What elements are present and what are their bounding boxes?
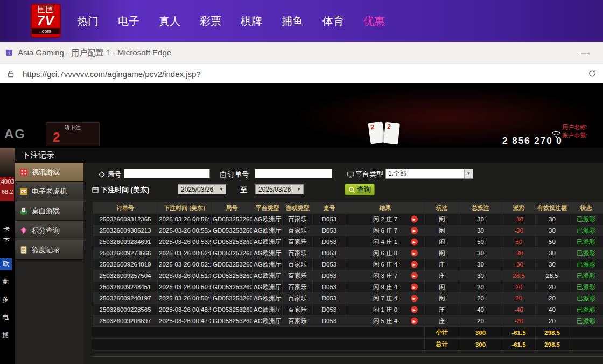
order-input[interactable] — [255, 169, 332, 178]
cell: 闲 — [425, 214, 459, 225]
cell: AG欧洲厅 — [253, 270, 283, 282]
table-game-icon: A — [19, 207, 28, 215]
nav-item[interactable]: 捕鱼 — [282, 14, 303, 29]
cell: 已派彩 — [569, 236, 603, 248]
playing-card: 2 — [383, 122, 400, 145]
replay-icon[interactable]: ▶ — [411, 295, 418, 302]
sidebar-item-label: 视讯游戏 — [32, 167, 60, 177]
cell: GD0532532609Q — [212, 304, 253, 316]
cell: D053 — [313, 236, 346, 248]
cell: 28.5 — [536, 270, 569, 282]
cell: 百家乐 — [283, 293, 313, 304]
cell: 250326009312365 — [93, 214, 158, 225]
cell: AG欧洲厅 — [253, 236, 283, 248]
replay-icon[interactable]: ▶ — [411, 272, 418, 279]
url-text[interactable]: https://gci.7vvvvvv.com/agingame/pcv2/in… — [23, 69, 201, 79]
cell: AG欧洲厅 — [253, 214, 283, 225]
cell: 百家乐 — [283, 316, 313, 327]
nav-item[interactable]: 彩票 — [200, 14, 221, 29]
logo-suffix-text: .com — [32, 28, 60, 34]
result-cell: 闲 9 庄 4▶ — [346, 282, 425, 293]
date-to-value: 2025/03/26 — [256, 186, 297, 193]
nav-item[interactable]: 棋牌 — [241, 14, 262, 29]
nav-item[interactable]: 优惠 — [363, 14, 385, 29]
cell: 250326009206697 — [93, 316, 158, 327]
search-button-label: 查询 — [357, 185, 371, 194]
table-row: 2503260092484512025-03-26 00:50:56GD0532… — [93, 282, 603, 293]
cell: 30 — [459, 214, 502, 225]
between-label: 至 — [240, 185, 247, 195]
replay-icon[interactable]: ▶ — [411, 284, 418, 291]
table-row: 2503260092846912025-03-26 00:53:54GD0532… — [93, 236, 603, 248]
balance-amount: 2 856 270 0 — [502, 136, 563, 146]
replay-icon[interactable]: ▶ — [411, 227, 418, 234]
cell: 20 — [536, 282, 569, 293]
cell: 百家乐 — [283, 248, 313, 259]
replay-icon[interactable]: ▶ — [411, 216, 418, 223]
column-header: 局号 — [212, 202, 253, 214]
cell: 30 — [459, 259, 502, 270]
cell: 庄 — [425, 259, 459, 270]
table-row: 2503260092066972025-03-26 00:47:24GD0532… — [93, 316, 603, 327]
cell: 已派彩 — [569, 225, 603, 236]
cell: 闲 — [425, 236, 459, 248]
cell: GD0532532609W — [212, 236, 253, 248]
sidebar-item[interactable]: 777电子老虎机 — [15, 182, 83, 201]
total-row: 总计 300 -61.5 298.5 — [93, 339, 603, 351]
table-row: 2503260093123652025-03-26 00:56:19GD0532… — [93, 214, 603, 225]
cell: 2025-03-26 00:52:56 — [158, 248, 212, 259]
site-logo[interactable]: 申 博 7V .com — [31, 4, 61, 38]
date-to-picker[interactable]: 2025/03/26 ▼ — [255, 184, 304, 194]
cell: 30 — [459, 270, 502, 282]
sidebar-item[interactable]: 额度记录 — [15, 240, 83, 260]
refresh-icon[interactable] — [587, 69, 597, 79]
result-cell: 闲 6 庄 4▶ — [346, 259, 425, 270]
order-label: 订单号 — [228, 170, 249, 179]
top-nav: 申 博 7V .com 热门电子真人彩票棋牌捕鱼体育优惠 — [0, 0, 603, 42]
cell: D053 — [313, 270, 346, 282]
cell: 20 — [502, 293, 536, 304]
minimize-button[interactable]: — — [573, 48, 598, 58]
cell: 20 — [459, 282, 502, 293]
date-from-picker[interactable]: 2025/03/26 ▼ — [178, 184, 226, 194]
cell: D053 — [313, 282, 346, 293]
sidebar-item[interactable]: 视讯游戏 — [15, 163, 83, 182]
column-header: 玩法 — [425, 202, 459, 214]
replay-icon[interactable]: ▶ — [411, 261, 418, 268]
result-text: 闲 6 庄 8 — [373, 250, 397, 256]
nav-item[interactable]: 真人 — [159, 14, 180, 29]
result-cell: 闲 3 庄 7▶ — [346, 270, 425, 282]
column-header: 桌号 — [313, 202, 346, 214]
diamond-icon — [19, 226, 28, 235]
nav-item[interactable]: 体育 — [322, 14, 344, 29]
search-button[interactable]: 查询 — [345, 184, 375, 195]
platform-select[interactable]: 1.全部 ▼ — [385, 169, 473, 179]
nav-item[interactable]: 热门 — [77, 14, 99, 29]
sidebar-item[interactable]: 积分查询 — [15, 221, 83, 240]
round-input[interactable] — [124, 169, 210, 178]
address-bar: https://gci.7vvvvvv.com/agingame/pcv2/in… — [0, 64, 603, 83]
platform-label: 平台类型 — [355, 170, 383, 179]
replay-icon[interactable]: ▶ — [411, 318, 418, 325]
total-valid: 298.5 — [536, 339, 569, 351]
cell: 30 — [459, 248, 502, 259]
cell: 百家乐 — [283, 225, 313, 236]
nav-item[interactable]: 电子 — [118, 14, 139, 29]
table-row: 2503260092235652025-03-26 00:48:51GD0532… — [93, 304, 603, 316]
table-row: 2503260092401972025-03-26 00:50:14GD0532… — [93, 293, 603, 304]
replay-icon[interactable]: ▶ — [411, 239, 418, 246]
cell: -30 — [502, 248, 536, 259]
replay-icon[interactable]: ▶ — [411, 306, 418, 313]
bg-text-fragment: 68.2 — [2, 188, 13, 195]
bet-prompt-box: 请下注 2 — [46, 122, 100, 146]
cell: 28.5 — [502, 270, 536, 282]
cell: 50 — [536, 236, 569, 248]
cell: 2025-03-26 00:47:24 — [158, 316, 212, 327]
result-text: 闲 6 庄 4 — [373, 261, 397, 268]
cell: -30 — [502, 259, 536, 270]
column-header: 结果 — [346, 202, 425, 214]
result-text: 闲 5 庄 4 — [373, 318, 397, 324]
total-payout: -61.5 — [502, 339, 536, 351]
sidebar-item[interactable]: A桌面游戏 — [15, 201, 83, 221]
replay-icon[interactable]: ▶ — [411, 250, 418, 257]
